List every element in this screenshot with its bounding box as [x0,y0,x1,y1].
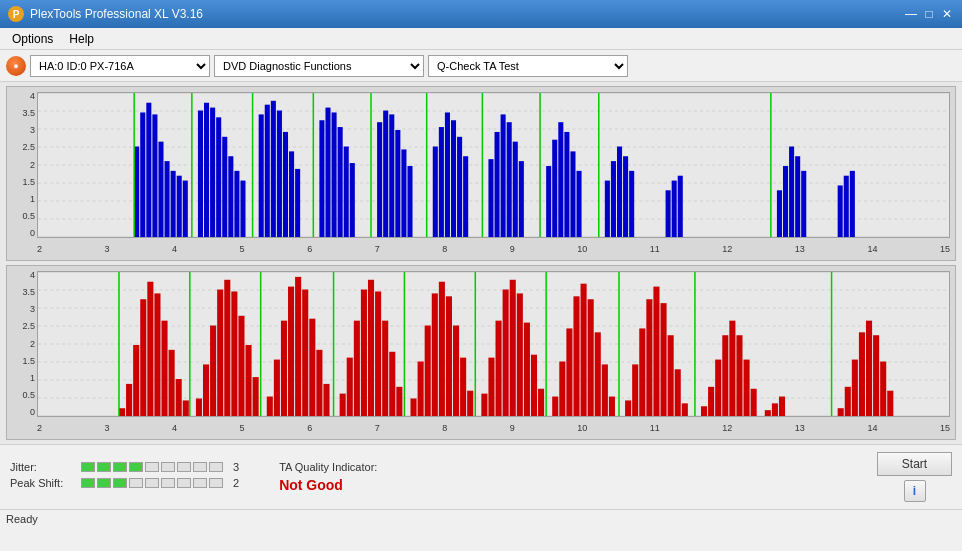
svg-rect-115 [238,316,244,416]
y2-label-25: 2.5 [9,322,35,331]
y-label-15: 1.5 [9,178,35,187]
svg-rect-44 [383,111,388,237]
svg-rect-135 [382,321,388,416]
svg-rect-52 [445,112,450,237]
svg-rect-29 [265,105,270,237]
svg-rect-51 [439,127,444,237]
svg-rect-198 [887,391,893,416]
menu-help[interactable]: Help [61,30,102,48]
charts-area: 0 0.5 1 1.5 2 2.5 3 3.5 4 [0,82,962,444]
menubar: Options Help [0,28,962,50]
jitter-bar [81,462,223,472]
x-label-8: 8 [442,244,447,254]
svg-rect-159 [552,397,558,416]
svg-rect-71 [605,181,610,237]
svg-rect-59 [501,114,506,237]
svg-rect-72 [611,161,616,237]
x-label-9: 9 [510,244,515,254]
svg-rect-156 [531,355,537,416]
svg-rect-151 [496,321,502,416]
svg-rect-136 [389,352,395,416]
svg-rect-124 [302,290,308,416]
svg-rect-60 [507,122,512,237]
y2-label-3: 3 [9,305,35,314]
svg-rect-144 [446,296,452,416]
svg-rect-75 [629,171,634,237]
svg-rect-120 [274,360,280,416]
svg-rect-87 [844,176,849,237]
y2-label-2: 2 [9,340,35,349]
x-label-5: 5 [240,244,245,254]
x2-label-8: 8 [442,423,447,433]
svg-rect-77 [666,190,671,237]
svg-rect-57 [488,159,493,237]
jitter-seg-7 [177,462,191,472]
peak-shift-row: Peak Shift: 2 [10,477,239,489]
svg-rect-149 [481,394,487,416]
top-chart-y-axis: 0 0.5 1 1.5 2 2.5 3 3.5 4 [7,92,37,238]
y2-label-4: 4 [9,271,35,280]
y2-label-1: 1 [9,374,35,383]
svg-rect-78 [672,181,677,237]
svg-rect-152 [503,290,509,416]
function-select[interactable]: DVD Diagnostic Functions [214,55,424,77]
svg-rect-13 [158,142,163,237]
info-button[interactable]: i [904,480,926,502]
svg-rect-40 [344,147,349,237]
svg-rect-117 [253,377,259,416]
minimize-button[interactable]: — [904,7,918,21]
app-icon: P [8,6,24,22]
y-label-05: 0.5 [9,212,35,221]
svg-rect-141 [425,326,431,416]
titlebar-left: P PlexTools Professional XL V3.16 [8,6,203,22]
svg-rect-126 [316,350,322,416]
svg-rect-45 [389,114,394,237]
test-select[interactable]: Q-Check TA Test [428,55,628,77]
svg-rect-130 [347,358,353,416]
x2-label-5: 5 [240,423,245,433]
svg-rect-69 [577,171,582,237]
svg-rect-109 [196,398,202,416]
svg-rect-113 [224,280,230,416]
svg-rect-190 [779,397,785,416]
svg-rect-67 [564,132,569,237]
svg-rect-58 [495,132,500,237]
x2-label-13: 13 [795,423,805,433]
svg-rect-88 [850,171,855,237]
peak-seg-2 [97,478,111,488]
peak-shift-bar [81,478,223,488]
svg-rect-86 [838,185,843,237]
bottom-panel: Jitter: 3 Peak Shift: [0,444,962,509]
svg-rect-189 [772,403,778,416]
maximize-button[interactable]: □ [922,7,936,21]
svg-rect-65 [552,140,557,237]
menu-options[interactable]: Options [4,30,61,48]
svg-rect-129 [340,394,346,416]
metrics-section: Jitter: 3 Peak Shift: [10,461,239,493]
svg-rect-39 [338,127,343,237]
svg-rect-15 [171,171,176,237]
svg-rect-83 [795,156,800,237]
y-label-4: 4 [9,92,35,101]
svg-rect-163 [581,284,587,416]
x2-label-3: 3 [105,423,110,433]
svg-rect-179 [701,406,707,416]
drive-select[interactable]: HA:0 ID:0 PX-716A [30,55,210,77]
jitter-seg-8 [193,462,207,472]
bottom-chart: 0 0.5 1 1.5 2 2.5 3 3.5 4 [6,265,956,440]
x2-label-10: 10 [577,423,587,433]
svg-rect-127 [323,384,329,416]
svg-rect-175 [668,335,674,416]
peak-shift-label: Peak Shift: [10,477,75,489]
svg-rect-43 [377,122,382,237]
window-title: PlexTools Professional XL V3.16 [30,7,203,21]
svg-rect-181 [715,360,721,416]
start-button[interactable]: Start [877,452,952,476]
svg-rect-107 [183,400,189,416]
svg-rect-192 [845,387,851,416]
svg-rect-112 [217,290,223,416]
jitter-seg-9 [209,462,223,472]
close-button[interactable]: ✕ [940,7,954,21]
jitter-seg-2 [97,462,111,472]
x-label-4: 4 [172,244,177,254]
